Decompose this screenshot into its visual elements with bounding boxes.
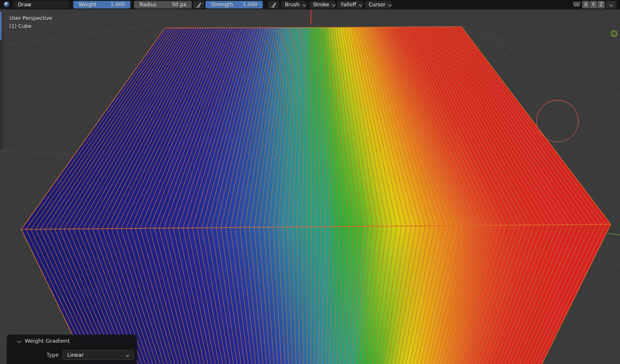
header-extra-dropdown[interactable]	[606, 1, 617, 8]
tab-divider	[0, 127, 3, 127]
stylus-pressure-icon	[270, 2, 277, 8]
menu-falloff[interactable]: Falloff	[337, 1, 363, 8]
menu-stroke-label: Stroke	[313, 2, 329, 8]
menu-brush-label: Brush	[285, 2, 300, 8]
chevron-down-icon	[609, 3, 613, 6]
strength-slider[interactable]: Strength 1.000	[205, 1, 263, 8]
strength-pressure-button[interactable]	[268, 1, 279, 8]
viewport-header: Draw Weight 1.000 Radius 50 px Strength …	[0, 0, 620, 9]
menu-brush[interactable]: Brush	[281, 1, 306, 8]
menu-cursor-label: Cursor	[369, 2, 385, 8]
mirror-axis-x-button[interactable]: X	[582, 1, 589, 8]
menu-falloff-label: Falloff	[341, 2, 356, 8]
radius-pressure-button[interactable]	[193, 1, 204, 8]
radius-slider[interactable]: Radius 50 px	[134, 1, 192, 8]
active-object-overlay: (1) Cube	[9, 23, 31, 29]
axis-x-label: X	[584, 2, 587, 8]
axis-gizmo-ball[interactable]	[611, 31, 617, 37]
active-tool-indicator	[0, 12, 2, 40]
panel-header[interactable]: Weight Gradient	[17, 338, 70, 344]
viewport-3d[interactable]	[0, 0, 620, 364]
chevron-down-icon	[126, 353, 129, 357]
toolbar-tab-strip[interactable]	[0, 11, 3, 150]
butterfly-mirror-icon	[572, 1, 581, 8]
view-name-overlay: User Perspective	[9, 15, 52, 21]
menu-stroke[interactable]: Stroke	[309, 1, 335, 8]
stylus-pressure-icon	[196, 2, 202, 8]
weight-gradient-panel: Weight Gradient Type Linear	[7, 335, 137, 364]
brush-mode-label: Draw	[18, 2, 31, 8]
axis-y-label: Y	[592, 2, 595, 8]
strength-label: Strength	[211, 2, 233, 8]
type-label: Type	[46, 352, 59, 358]
panel-title-label: Weight Gradient	[25, 338, 70, 344]
axis-z-label: Z	[599, 2, 603, 8]
editor-type-icon[interactable]	[1, 1, 12, 8]
radius-label: Radius	[139, 2, 156, 8]
panel-collapse-chevron-icon	[17, 339, 21, 343]
mirror-axis-y-button[interactable]: Y	[590, 1, 597, 8]
brush-cursor-circle	[537, 100, 578, 142]
mirror-symmetry-icon[interactable]	[572, 1, 581, 8]
weight-label: Weight	[79, 2, 97, 8]
mirror-axis-z-button[interactable]: Z	[597, 1, 605, 8]
radius-value: 50 px	[172, 2, 186, 8]
tab-divider	[0, 69, 3, 69]
tab-divider	[0, 98, 3, 98]
blender-editor-icon	[3, 1, 10, 8]
menu-cursor[interactable]: Cursor	[365, 1, 391, 8]
tab-divider	[0, 40, 3, 40]
weight-painted-cube	[21, 27, 611, 364]
weight-value: 1.000	[111, 2, 125, 8]
brush-mode-select[interactable]: Draw	[13, 1, 69, 8]
strength-value: 1.000	[243, 2, 257, 8]
gradient-type-value: Linear	[67, 352, 84, 358]
weight-slider[interactable]: Weight 1.000	[73, 1, 131, 8]
gradient-type-dropdown[interactable]: Linear	[63, 350, 134, 360]
